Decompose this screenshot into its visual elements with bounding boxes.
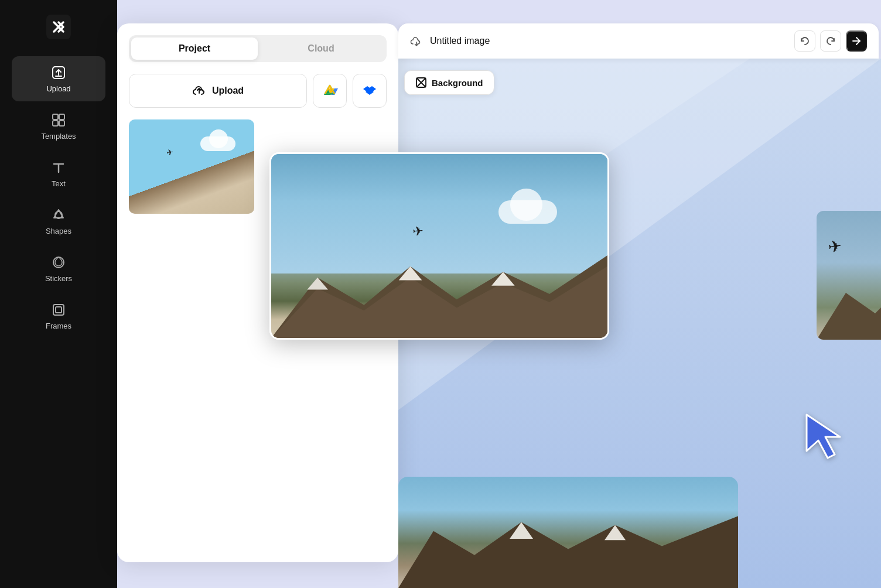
upload-button[interactable]: Upload: [129, 74, 307, 108]
panel-tabs: Project Cloud: [129, 35, 387, 62]
airplane-icon-small: ✈: [166, 147, 175, 158]
upload-btn-label: Upload: [212, 86, 244, 96]
sidebar-item-text-label: Text: [52, 179, 66, 188]
svg-marker-22: [398, 516, 738, 588]
sidebar-item-upload-label: Upload: [46, 84, 70, 93]
main-image-card[interactable]: ✈: [269, 152, 609, 340]
header-title: Untitled image: [430, 36, 787, 46]
export-button[interactable]: [846, 30, 867, 52]
google-drive-icon: [322, 83, 338, 99]
logo-icon: [46, 15, 71, 39]
cloud-shape: [498, 200, 557, 224]
right-image-content: ✈: [817, 211, 881, 340]
tab-project[interactable]: Project: [131, 37, 258, 60]
cloud-upload-icon: [192, 84, 206, 98]
frames-icon: [50, 302, 67, 318]
redo-icon: [825, 36, 836, 46]
upload-row: Upload: [129, 74, 387, 108]
stickers-icon: [50, 254, 67, 271]
sidebar-item-frames-label: Frames: [46, 322, 71, 330]
right-airplane-icon: ✈: [827, 236, 843, 257]
sidebar-item-shapes-label: Shapes: [46, 227, 71, 235]
text-icon: [50, 159, 67, 176]
app-logo[interactable]: [43, 12, 74, 42]
thumbnail-item[interactable]: ✈: [129, 119, 254, 214]
main-airplane-icon: ✈: [412, 224, 424, 240]
sidebar-item-stickers-label: Stickers: [45, 274, 72, 283]
thumbnail-image: ✈: [129, 119, 254, 214]
sidebar-item-text[interactable]: Text: [12, 151, 105, 196]
sidebar-item-shapes[interactable]: Shapes: [12, 199, 105, 244]
svg-rect-2: [59, 114, 64, 119]
header-actions: [794, 30, 867, 52]
svg-marker-20: [817, 284, 881, 340]
right-partial-image: ✈: [817, 211, 881, 340]
redo-button[interactable]: [820, 30, 841, 52]
svg-rect-3: [53, 121, 58, 126]
cloud-header-icon: [410, 35, 423, 47]
background-tag-icon: [415, 77, 427, 88]
cursor-svg: [802, 410, 849, 463]
dropbox-icon: [361, 83, 378, 99]
bottom-mountains: [398, 510, 738, 588]
main-image-content: ✈: [271, 154, 607, 338]
svg-rect-1: [53, 114, 58, 119]
export-icon: [851, 36, 862, 46]
shapes-icon: [50, 207, 67, 223]
sidebar-item-templates[interactable]: Templates: [12, 104, 105, 149]
svg-rect-8: [56, 307, 62, 313]
sidebar: Upload Templates Text Shapes Stickers: [0, 0, 117, 588]
bottom-partial-image: [398, 477, 738, 588]
header-bar: Untitled image: [398, 23, 879, 59]
background-tag-label: Background: [432, 78, 483, 88]
svg-marker-16: [271, 266, 607, 338]
upload-icon: [50, 64, 67, 81]
dropbox-button[interactable]: [353, 74, 387, 108]
background-tag[interactable]: Background: [404, 70, 494, 95]
tab-cloud[interactable]: Cloud: [258, 37, 384, 60]
clouds-layer: [498, 200, 557, 224]
mountains-svg: [271, 255, 607, 338]
cursor-arrow: [802, 410, 849, 465]
templates-icon: [50, 112, 67, 128]
svg-rect-7: [53, 305, 64, 315]
svg-rect-4: [59, 121, 64, 126]
undo-icon: [800, 36, 810, 46]
undo-button[interactable]: [794, 30, 815, 52]
right-mountains: [817, 275, 881, 340]
svg-marker-25: [807, 415, 840, 458]
google-drive-button[interactable]: [313, 74, 347, 108]
sidebar-item-templates-label: Templates: [41, 132, 76, 141]
sidebar-item-frames[interactable]: Frames: [12, 293, 105, 339]
bottom-image-content: [398, 477, 738, 588]
sidebar-item-upload[interactable]: Upload: [12, 56, 105, 101]
sidebar-item-stickers[interactable]: Stickers: [12, 246, 105, 291]
